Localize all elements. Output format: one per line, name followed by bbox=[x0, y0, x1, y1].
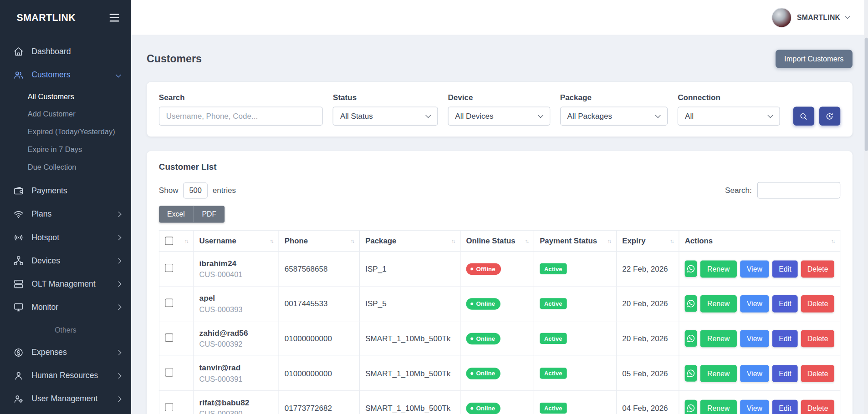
whatsapp-button[interactable] bbox=[685, 365, 697, 381]
row-checkbox[interactable] bbox=[165, 298, 173, 307]
row-checkbox[interactable] bbox=[165, 369, 173, 377]
sidebar-item-human-resources[interactable]: Human Resources bbox=[0, 364, 131, 387]
sidebar-item-due-collection[interactable]: Due Collection bbox=[0, 158, 131, 176]
view-button[interactable]: View bbox=[740, 330, 769, 347]
sidebar-item-expired[interactable]: Expired (Today/Yesterday) bbox=[0, 123, 131, 141]
renew-button[interactable]: Renew bbox=[700, 365, 737, 382]
whatsapp-button[interactable] bbox=[685, 400, 697, 414]
chevron-right-icon bbox=[117, 374, 120, 377]
server-icon bbox=[13, 278, 24, 289]
whatsapp-button[interactable] bbox=[685, 295, 697, 312]
sidebar-item-devices[interactable]: Devices bbox=[0, 249, 131, 272]
status-dot-icon bbox=[470, 337, 473, 340]
view-button[interactable]: View bbox=[740, 295, 769, 313]
column-header-expiry[interactable]: Expiry bbox=[617, 230, 679, 251]
renew-button[interactable]: Renew bbox=[700, 295, 737, 313]
delete-button[interactable]: Delete bbox=[801, 295, 834, 313]
device-label: Device bbox=[448, 93, 550, 101]
sidebar-item-label: Devices bbox=[31, 256, 60, 265]
payment-status-badge: Active bbox=[540, 298, 567, 309]
search-input[interactable] bbox=[159, 107, 323, 126]
column-header-username[interactable]: Username bbox=[194, 230, 279, 251]
column-header-online-status[interactable]: Online Status bbox=[460, 230, 534, 251]
payment-status-badge: Active bbox=[540, 333, 567, 344]
renew-button[interactable]: Renew bbox=[700, 260, 737, 278]
renew-button[interactable]: Renew bbox=[700, 399, 737, 414]
whatsapp-button[interactable] bbox=[685, 330, 697, 347]
sidebar-item-expenses[interactable]: Expenses bbox=[0, 341, 131, 364]
import-customers-button[interactable]: Import Customers bbox=[776, 50, 853, 68]
account-menu[interactable]: SMARTLINK bbox=[771, 7, 849, 27]
sort-icon[interactable] bbox=[347, 238, 354, 244]
apply-search-button[interactable] bbox=[793, 107, 814, 126]
sidebar: SMARTLINK Dashboard Customers All Custom… bbox=[0, 0, 131, 414]
edit-button[interactable]: Edit bbox=[772, 365, 798, 382]
delete-button[interactable]: Delete bbox=[801, 330, 834, 347]
status-select[interactable]: All Status bbox=[333, 107, 438, 126]
delete-button[interactable]: Delete bbox=[801, 365, 834, 382]
view-button[interactable]: View bbox=[740, 365, 769, 382]
column-header-select[interactable] bbox=[159, 230, 193, 251]
sidebar-item-user-management[interactable]: User Management bbox=[0, 387, 131, 410]
renew-button[interactable]: Renew bbox=[700, 330, 737, 347]
scrollbar-thumb[interactable] bbox=[864, 38, 868, 151]
sort-icon[interactable] bbox=[266, 238, 273, 244]
sidebar-item-label: Customers bbox=[31, 70, 70, 79]
whatsapp-icon bbox=[686, 299, 695, 308]
connection-select[interactable]: All bbox=[678, 107, 780, 126]
sort-icon[interactable] bbox=[181, 238, 188, 244]
view-button[interactable]: View bbox=[740, 260, 769, 278]
customer-code: CUS-000392 bbox=[199, 340, 273, 348]
customer-username: zahid@rad56 bbox=[199, 328, 273, 337]
sidebar-item-label: User Management bbox=[31, 394, 97, 403]
sidebar-item-hotspot[interactable]: Hotspot bbox=[0, 226, 131, 249]
sort-icon[interactable] bbox=[521, 238, 528, 244]
sidebar-item-monitor[interactable]: Monitor bbox=[0, 295, 131, 318]
delete-button[interactable]: Delete bbox=[801, 260, 834, 278]
sidebar-item-add-customer[interactable]: Add Customer bbox=[0, 105, 131, 123]
page-length-input[interactable] bbox=[183, 182, 207, 198]
whatsapp-button[interactable] bbox=[685, 261, 697, 277]
column-header-actions[interactable]: Actions bbox=[679, 230, 840, 251]
sidebar-brand-row: SMARTLINK bbox=[0, 0, 131, 35]
export-excel-button[interactable]: Excel bbox=[159, 206, 193, 223]
sidebar-item-payments[interactable]: Payments bbox=[0, 179, 131, 202]
table-row: zahid@rad56 CUS-000392 01000000000 SMART… bbox=[159, 321, 840, 356]
payment-status-badge: Active bbox=[540, 403, 567, 414]
delete-button[interactable]: Delete bbox=[801, 399, 834, 414]
sidebar-item-plans[interactable]: Plans bbox=[0, 202, 131, 226]
reset-filters-button[interactable] bbox=[819, 107, 840, 126]
table-search-input[interactable] bbox=[757, 182, 840, 198]
edit-button[interactable]: Edit bbox=[772, 330, 798, 347]
wallet-icon bbox=[13, 186, 24, 196]
export-pdf-button[interactable]: PDF bbox=[193, 206, 225, 223]
sort-icon[interactable] bbox=[604, 238, 611, 244]
sort-icon[interactable] bbox=[667, 238, 674, 244]
sidebar-item-dashboard[interactable]: Dashboard bbox=[0, 40, 131, 63]
sidebar-item-label: Plans bbox=[31, 210, 51, 218]
scrollbar[interactable] bbox=[864, 0, 868, 414]
sidebar-item-all-customers[interactable]: All Customers bbox=[0, 87, 131, 105]
hamburger-menu-icon[interactable] bbox=[108, 12, 120, 24]
column-header-package[interactable]: Package bbox=[360, 230, 460, 251]
row-checkbox[interactable] bbox=[165, 403, 173, 411]
sidebar-item-label: Hotspot bbox=[31, 233, 59, 242]
edit-button[interactable]: Edit bbox=[772, 295, 798, 313]
column-header-payment-status[interactable]: Payment Status bbox=[534, 230, 616, 251]
device-select[interactable]: All Devices bbox=[448, 107, 550, 126]
sidebar-item-olt-management[interactable]: OLT Management bbox=[0, 272, 131, 295]
sort-icon[interactable] bbox=[448, 238, 454, 244]
customer-package: ISP_1 bbox=[360, 251, 460, 286]
sidebar-item-customers[interactable]: Customers bbox=[0, 63, 131, 86]
row-checkbox[interactable] bbox=[165, 264, 173, 272]
column-header-phone[interactable]: Phone bbox=[279, 230, 359, 251]
edit-button[interactable]: Edit bbox=[772, 260, 798, 278]
view-button[interactable]: View bbox=[740, 399, 769, 414]
package-select[interactable]: All Packages bbox=[560, 107, 668, 126]
edit-button[interactable]: Edit bbox=[772, 399, 798, 414]
select-all-checkbox[interactable] bbox=[165, 237, 173, 245]
row-checkbox[interactable] bbox=[165, 333, 173, 342]
sidebar-item-expire-7-days[interactable]: Expire in 7 Days bbox=[0, 141, 131, 158]
customer-package: SMART_1_10Mb_500Tk bbox=[360, 321, 460, 356]
sort-icon[interactable] bbox=[827, 238, 834, 244]
